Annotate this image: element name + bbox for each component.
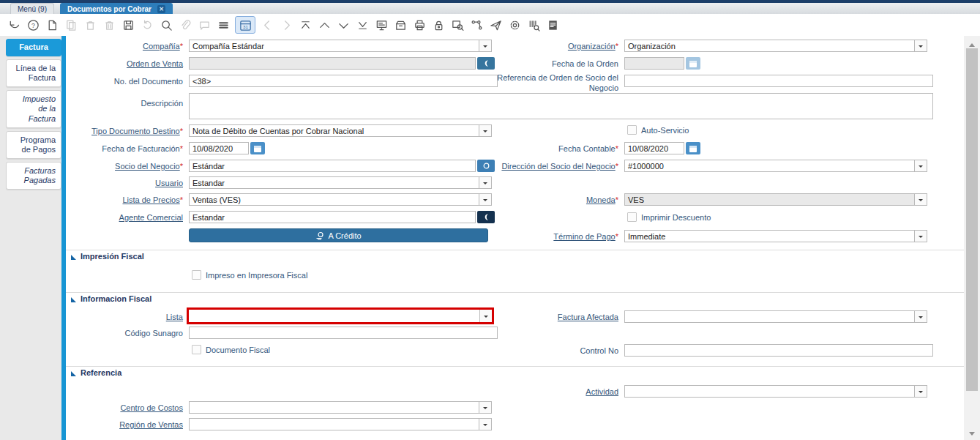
actividad-combobox[interactable] (624, 385, 927, 398)
refresh-icon[interactable] (140, 17, 154, 33)
calendar-icon[interactable]: 31 (235, 16, 255, 34)
field-label-organizacion[interactable]: Organización* (472, 41, 618, 51)
tipo-documento-destino-combobox[interactable]: Nota de Débito de Cuentas por Cobrar Nac… (189, 124, 492, 137)
field-label-usuario[interactable]: Usuario (66, 178, 183, 188)
copy-record-icon[interactable] (64, 17, 78, 33)
chevron-down-icon[interactable] (914, 160, 927, 171)
field-label-socio-del-negocio[interactable]: Socio del Negocio* (66, 161, 183, 171)
field-label-tipo-documento-destino[interactable]: Tipo Documento Destino* (66, 126, 183, 136)
direccion-socio-combobox[interactable]: #1000000 (624, 160, 927, 172)
zoom-across-icon[interactable] (450, 17, 465, 33)
print-preview-icon[interactable] (545, 17, 560, 33)
save-icon[interactable] (121, 17, 135, 33)
referencia-orden-field[interactable] (624, 75, 933, 87)
lista-de-precios-combobox[interactable]: Ventas (VES) (189, 193, 492, 206)
moneda-combobox[interactable]: VES (624, 193, 927, 206)
previous-record-icon[interactable] (260, 17, 274, 33)
field-label-lista-de-precios[interactable]: Lista de Precios* (66, 195, 183, 205)
descripcion-textarea[interactable] (189, 93, 933, 119)
impreso-en-impresora-fiscal-checkbox[interactable] (192, 270, 201, 280)
no-del-documento-field[interactable]: <38> (189, 75, 498, 87)
field-label-factura-afectada[interactable]: Factura Afectada (472, 312, 618, 322)
first-record-icon[interactable] (298, 17, 313, 33)
product-info-icon[interactable] (526, 17, 541, 33)
field-label-lista[interactable]: Lista (66, 312, 183, 322)
usuario-combobox[interactable]: Estandar (189, 176, 492, 189)
chevron-down-icon[interactable] (479, 125, 491, 136)
attachment-icon[interactable] (178, 17, 192, 33)
lock-icon[interactable] (431, 17, 446, 33)
close-tab-icon[interactable]: ✕ (157, 5, 165, 13)
region-de-ventas-combobox[interactable] (189, 418, 492, 430)
chevron-down-icon[interactable] (914, 194, 927, 205)
delete-record-icon[interactable] (83, 17, 97, 33)
report-icon[interactable] (374, 17, 389, 33)
section-referencia[interactable]: Referencia (71, 368, 121, 377)
chevron-down-icon[interactable] (914, 231, 927, 242)
socio-del-negocio-search-button[interactable] (477, 160, 495, 172)
preferences-icon[interactable] (507, 17, 522, 33)
last-record-icon[interactable] (355, 17, 370, 33)
detail-record-icon[interactable] (336, 17, 351, 33)
tab-menu[interactable]: Menú (9) (10, 3, 54, 14)
field-label-moneda[interactable]: Moneda* (472, 195, 618, 205)
termino-de-pago-combobox[interactable]: Immediate (624, 230, 927, 242)
next-record-icon[interactable] (279, 17, 293, 33)
field-label-termino-de-pago[interactable]: Término de Pago* (472, 231, 618, 242)
documento-fiscal-checkbox[interactable] (192, 345, 201, 354)
chevron-down-icon[interactable] (479, 40, 491, 51)
chevron-down-icon[interactable] (914, 40, 927, 51)
orden-de-venta-zoom-button[interactable] (477, 57, 495, 70)
fecha-de-la-orden-calendar-button[interactable] (686, 57, 700, 70)
imprimir-descuento-checkbox[interactable] (627, 212, 637, 222)
field-label-agente-comercial[interactable]: Agente Comercial (66, 212, 183, 223)
fecha-contable-field[interactable]: 10/08/2020 (624, 142, 684, 154)
section-impresion-fiscal[interactable]: Impresión Fiscal (71, 252, 144, 261)
fecha-de-facturacion-field[interactable]: 10/08/2020 (189, 142, 249, 154)
chevron-down-icon[interactable] (479, 419, 491, 430)
control-no-field[interactable] (624, 344, 933, 357)
chevron-down-icon[interactable] (479, 402, 491, 413)
centro-de-costos-combobox[interactable] (189, 401, 492, 414)
codigo-sunagro-field[interactable] (189, 327, 498, 339)
lista-combobox-highlighted[interactable] (187, 308, 493, 324)
parent-record-icon[interactable] (317, 17, 332, 33)
send-mail-icon[interactable] (488, 17, 503, 33)
archive-icon[interactable] (393, 17, 408, 33)
scroll-up-icon[interactable] (969, 40, 975, 47)
sidebar-tab-programa-de-pagos[interactable]: Programa de Pagos (6, 131, 61, 159)
agente-comercial-zoom-button[interactable] (477, 211, 495, 223)
chevron-down-icon[interactable] (914, 311, 927, 322)
chevron-down-icon[interactable] (479, 194, 491, 205)
section-informacion-fiscal[interactable]: Informacion Fiscal (71, 294, 152, 303)
agente-comercial-field[interactable]: Estandar (189, 211, 476, 223)
fecha-de-facturacion-calendar-button[interactable] (250, 142, 265, 154)
sidebar-tab-linea-de-la-factura[interactable]: Línea de la Factura (6, 59, 61, 87)
organizacion-combobox[interactable]: Organización (624, 40, 927, 52)
field-label-centro-de-costos[interactable]: Centro de Costos (66, 403, 183, 413)
a-credito-button[interactable]: A Crédito (189, 228, 488, 242)
sidebar-tab-facturas-pagadas[interactable]: Facturas Pagadas (6, 162, 61, 190)
field-label-orden-de-venta[interactable]: Orden de Venta (66, 59, 183, 69)
tab-documentos-por-cobrar[interactable]: Documentos por Cobrar ✕ (60, 3, 173, 14)
print-icon[interactable] (412, 17, 427, 33)
field-label-actividad[interactable]: Actividad (472, 387, 618, 397)
field-label-compania[interactable]: Compañía* (66, 41, 183, 51)
find-icon[interactable] (159, 17, 173, 33)
new-record-icon[interactable] (45, 17, 59, 33)
scroll-down-icon[interactable] (969, 432, 975, 439)
chevron-down-icon[interactable] (479, 177, 491, 188)
undo-icon[interactable] (7, 17, 21, 33)
grid-toggle-icon[interactable] (216, 17, 231, 33)
sidebar-tab-factura[interactable]: Factura (6, 39, 61, 56)
socio-del-negocio-field[interactable]: Estándar (189, 160, 476, 172)
delete-selection-icon[interactable] (102, 17, 116, 33)
chevron-down-icon[interactable] (914, 386, 927, 397)
workflow-icon[interactable] (469, 17, 484, 33)
fecha-contable-calendar-button[interactable] (686, 142, 700, 154)
sidebar-tab-impuesto-de-la-factura[interactable]: Impuesto de la Factura (6, 90, 61, 128)
help-icon[interactable]: ? (26, 17, 40, 33)
scrollbar-thumb[interactable] (966, 48, 978, 391)
field-label-region-de-ventas[interactable]: Región de Ventas (66, 420, 183, 430)
factura-afectada-combobox[interactable] (624, 310, 927, 323)
